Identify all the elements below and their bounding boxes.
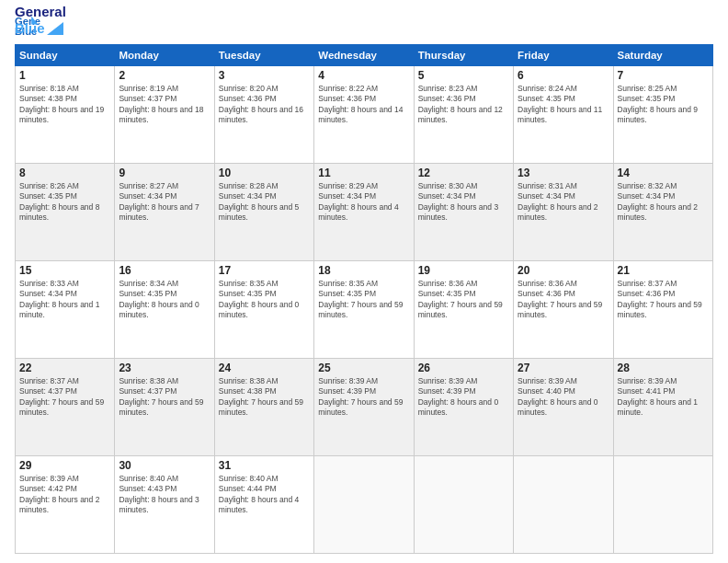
calendar-cell: 13 Sunrise: 8:31 AMSunset: 4:34 PMDaylig… <box>514 164 613 261</box>
calendar-cell: 19 Sunrise: 8:36 AMSunset: 4:35 PMDaylig… <box>414 261 513 359</box>
header: General Blue General Blue <box>15 11 713 37</box>
cell-details: Sunrise: 8:23 AMSunset: 4:36 PMDaylight:… <box>418 84 503 124</box>
day-number: 4 <box>318 69 409 82</box>
calendar-cell: 2 Sunrise: 8:19 AMSunset: 4:37 PMDayligh… <box>115 66 214 164</box>
day-number: 26 <box>418 362 509 374</box>
calendar-day-header: Saturday <box>613 45 712 66</box>
calendar-day-header: Friday <box>514 45 613 66</box>
svg-marker-3 <box>47 22 63 35</box>
calendar-header-row: SundayMondayTuesdayWednesdayThursdayFrid… <box>16 45 713 66</box>
calendar-cell: 9 Sunrise: 8:27 AMSunset: 4:34 PMDayligh… <box>115 164 214 261</box>
calendar-cell <box>414 456 513 554</box>
calendar-cell: 10 Sunrise: 8:28 AMSunset: 4:34 PMDaylig… <box>214 164 313 261</box>
cell-details: Sunrise: 8:39 AMSunset: 4:41 PMDaylight:… <box>618 376 698 417</box>
cell-details: Sunrise: 8:39 AMSunset: 4:42 PMDaylight:… <box>19 474 99 514</box>
day-number: 18 <box>318 264 409 277</box>
calendar-cell: 23 Sunrise: 8:38 AMSunset: 4:37 PMDaylig… <box>115 359 214 456</box>
calendar-cell: 27 Sunrise: 8:39 AMSunset: 4:40 PMDaylig… <box>514 359 613 456</box>
calendar-day-header: Wednesday <box>314 45 414 66</box>
day-number: 29 <box>19 459 110 472</box>
cell-details: Sunrise: 8:35 AMSunset: 4:35 PMDaylight:… <box>219 279 299 319</box>
calendar-cell: 16 Sunrise: 8:34 AMSunset: 4:35 PMDaylig… <box>115 261 214 359</box>
calendar-week-row: 1 Sunrise: 8:18 AMSunset: 4:38 PMDayligh… <box>16 66 713 164</box>
calendar-cell: 3 Sunrise: 8:20 AMSunset: 4:36 PMDayligh… <box>214 66 313 164</box>
calendar-cell: 18 Sunrise: 8:35 AMSunset: 4:35 PMDaylig… <box>314 261 414 359</box>
cell-details: Sunrise: 8:19 AMSunset: 4:37 PMDaylight:… <box>119 84 203 124</box>
calendar-cell: 21 Sunrise: 8:37 AMSunset: 4:36 PMDaylig… <box>613 261 712 359</box>
cell-details: Sunrise: 8:36 AMSunset: 4:35 PMDaylight:… <box>418 279 503 319</box>
calendar-week-row: 15 Sunrise: 8:33 AMSunset: 4:34 PMDaylig… <box>16 261 713 359</box>
calendar-cell: 4 Sunrise: 8:22 AMSunset: 4:36 PMDayligh… <box>314 66 414 164</box>
cell-details: Sunrise: 8:35 AMSunset: 4:35 PMDaylight:… <box>318 279 403 319</box>
cell-details: Sunrise: 8:38 AMSunset: 4:38 PMDaylight:… <box>219 376 303 417</box>
cell-details: Sunrise: 8:37 AMSunset: 4:36 PMDaylight:… <box>618 279 702 319</box>
calendar-cell: 7 Sunrise: 8:25 AMSunset: 4:35 PMDayligh… <box>613 66 712 164</box>
cell-details: Sunrise: 8:29 AMSunset: 4:34 PMDaylight:… <box>318 181 398 222</box>
day-number: 5 <box>418 69 509 82</box>
cell-details: Sunrise: 8:39 AMSunset: 4:39 PMDaylight:… <box>418 376 498 417</box>
cell-details: Sunrise: 8:28 AMSunset: 4:34 PMDaylight:… <box>219 181 299 222</box>
day-number: 25 <box>318 362 409 374</box>
day-number: 23 <box>119 362 210 374</box>
calendar-day-header: Tuesday <box>214 45 313 66</box>
calendar-cell: 12 Sunrise: 8:30 AMSunset: 4:34 PMDaylig… <box>414 164 513 261</box>
calendar-cell <box>514 456 613 554</box>
calendar-week-row: 8 Sunrise: 8:26 AMSunset: 4:35 PMDayligh… <box>16 164 713 261</box>
day-number: 7 <box>618 69 709 82</box>
day-number: 13 <box>518 167 609 179</box>
calendar-cell: 30 Sunrise: 8:40 AMSunset: 4:43 PMDaylig… <box>115 456 214 554</box>
cell-details: Sunrise: 8:20 AMSunset: 4:36 PMDaylight:… <box>219 84 303 124</box>
cell-details: Sunrise: 8:36 AMSunset: 4:36 PMDaylight:… <box>518 279 602 319</box>
day-number: 2 <box>119 69 210 82</box>
day-number: 8 <box>19 167 110 179</box>
cell-details: Sunrise: 8:39 AMSunset: 4:39 PMDaylight:… <box>318 376 403 417</box>
calendar-cell: 6 Sunrise: 8:24 AMSunset: 4:35 PMDayligh… <box>514 66 613 164</box>
page: General Blue General Blue <box>0 0 728 563</box>
calendar-cell: 15 Sunrise: 8:33 AMSunset: 4:34 PMDaylig… <box>16 261 115 359</box>
day-number: 12 <box>418 167 509 179</box>
cell-details: Sunrise: 8:30 AMSunset: 4:34 PMDaylight:… <box>418 181 498 222</box>
day-number: 14 <box>618 167 709 179</box>
calendar-cell: 14 Sunrise: 8:32 AMSunset: 4:34 PMDaylig… <box>613 164 712 261</box>
cell-details: Sunrise: 8:32 AMSunset: 4:34 PMDaylight:… <box>618 181 698 222</box>
calendar-week-row: 29 Sunrise: 8:39 AMSunset: 4:42 PMDaylig… <box>16 456 713 554</box>
day-number: 19 <box>418 264 509 277</box>
day-number: 17 <box>219 264 310 277</box>
day-number: 1 <box>19 69 110 82</box>
calendar-table: SundayMondayTuesdayWednesdayThursdayFrid… <box>15 44 713 554</box>
day-number: 6 <box>518 69 609 82</box>
cell-details: Sunrise: 8:40 AMSunset: 4:43 PMDaylight:… <box>119 474 199 514</box>
cell-details: Sunrise: 8:22 AMSunset: 4:36 PMDaylight:… <box>318 84 403 124</box>
calendar-cell: 20 Sunrise: 8:36 AMSunset: 4:36 PMDaylig… <box>514 261 613 359</box>
cell-details: Sunrise: 8:27 AMSunset: 4:34 PMDaylight:… <box>119 181 199 222</box>
day-number: 10 <box>219 167 310 179</box>
calendar-cell <box>314 456 414 554</box>
day-number: 28 <box>618 362 709 374</box>
cell-details: Sunrise: 8:33 AMSunset: 4:34 PMDaylight:… <box>19 279 99 319</box>
day-number: 15 <box>19 264 110 277</box>
day-number: 24 <box>219 362 310 374</box>
day-number: 21 <box>618 264 709 277</box>
calendar-cell: 1 Sunrise: 8:18 AMSunset: 4:38 PMDayligh… <box>16 66 115 164</box>
calendar-cell: 11 Sunrise: 8:29 AMSunset: 4:34 PMDaylig… <box>314 164 414 261</box>
calendar-cell: 25 Sunrise: 8:39 AMSunset: 4:39 PMDaylig… <box>314 359 414 456</box>
day-number: 31 <box>219 459 310 472</box>
day-number: 30 <box>119 459 210 472</box>
calendar-day-header: Monday <box>115 45 214 66</box>
calendar-day-header: Sunday <box>16 45 115 66</box>
cell-details: Sunrise: 8:34 AMSunset: 4:35 PMDaylight:… <box>119 279 199 319</box>
cell-details: Sunrise: 8:31 AMSunset: 4:34 PMDaylight:… <box>518 181 597 222</box>
calendar-cell <box>613 456 712 554</box>
calendar-cell: 31 Sunrise: 8:40 AMSunset: 4:44 PMDaylig… <box>214 456 313 554</box>
calendar-cell: 28 Sunrise: 8:39 AMSunset: 4:41 PMDaylig… <box>613 359 712 456</box>
day-number: 3 <box>219 69 310 82</box>
calendar-cell: 8 Sunrise: 8:26 AMSunset: 4:35 PMDayligh… <box>16 164 115 261</box>
calendar-cell: 26 Sunrise: 8:39 AMSunset: 4:39 PMDaylig… <box>414 359 513 456</box>
calendar-cell: 5 Sunrise: 8:23 AMSunset: 4:36 PMDayligh… <box>414 66 513 164</box>
cell-details: Sunrise: 8:25 AMSunset: 4:35 PMDaylight:… <box>618 84 698 124</box>
day-number: 16 <box>119 264 210 277</box>
cell-details: Sunrise: 8:24 AMSunset: 4:35 PMDaylight:… <box>518 84 602 124</box>
day-number: 22 <box>19 362 110 374</box>
calendar-cell: 24 Sunrise: 8:38 AMSunset: 4:38 PMDaylig… <box>214 359 313 456</box>
logo: General Blue General Blue <box>15 11 66 37</box>
